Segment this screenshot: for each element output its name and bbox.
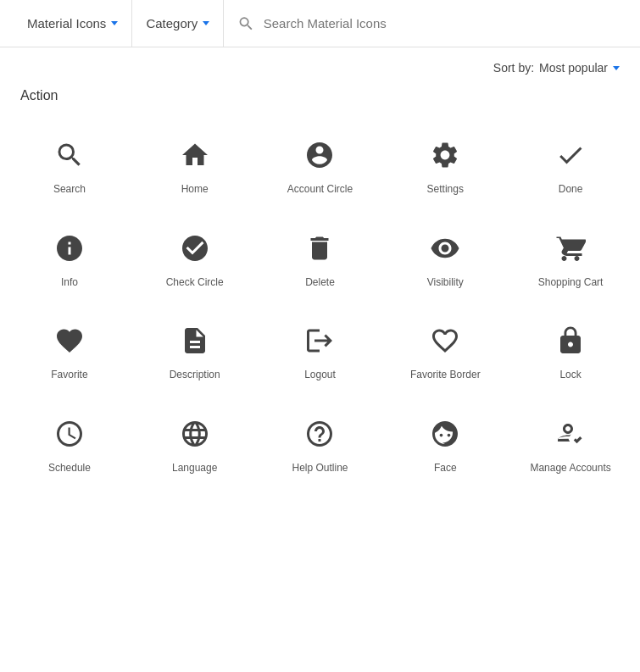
manage-accounts-label: Manage Accounts: [530, 462, 610, 475]
schedule-icon: [54, 416, 85, 452]
done-label: Done: [559, 183, 583, 197]
category-arrow-icon: [203, 21, 209, 25]
language-icon: [180, 416, 210, 452]
face-icon: [430, 416, 460, 452]
icon-delete[interactable]: Delete: [258, 210, 383, 303]
icon-visibility[interactable]: Visibility: [382, 210, 508, 303]
lock-label: Lock: [559, 369, 581, 382]
search-input[interactable]: [264, 16, 613, 31]
sort-label: Sort by:: [493, 61, 534, 75]
header: Material Icons Category: [0, 0, 640, 47]
icon-favorite[interactable]: Favorite: [7, 303, 132, 396]
icon-face[interactable]: Face: [382, 396, 508, 489]
manage-accounts-icon: [555, 416, 586, 452]
settings-icon: [430, 137, 460, 173]
home-icon: [180, 137, 210, 173]
delete-icon: [304, 230, 335, 266]
language-label: Language: [172, 462, 217, 475]
settings-label: Settings: [427, 183, 464, 197]
shopping-cart-icon: [555, 230, 586, 266]
face-label: Face: [434, 462, 457, 475]
search-bar[interactable]: [224, 14, 626, 33]
lock-icon: [555, 323, 586, 358]
visibility-label: Visibility: [427, 276, 464, 290]
account-circle-label: Account Circle: [287, 183, 353, 197]
icon-info[interactable]: Info: [7, 210, 132, 303]
icon-home[interactable]: Home: [132, 117, 258, 210]
check-circle-label: Check Circle: [166, 276, 224, 290]
icon-language[interactable]: Language: [132, 396, 258, 489]
icon-help-outline[interactable]: Help Outline: [258, 396, 383, 489]
icon-shopping-cart[interactable]: Shopping Cart: [508, 210, 633, 303]
check-circle-icon: [180, 230, 210, 266]
schedule-label: Schedule: [48, 462, 91, 475]
shopping-cart-label: Shopping Cart: [538, 276, 604, 290]
icon-schedule[interactable]: Schedule: [7, 396, 132, 489]
help-outline-label: Help Outline: [292, 462, 348, 475]
icon-check-circle[interactable]: Check Circle: [132, 210, 258, 303]
home-label: Home: [181, 183, 209, 197]
logout-icon: [304, 323, 335, 358]
icon-search[interactable]: Search: [7, 117, 132, 210]
visibility-icon: [430, 230, 460, 266]
account-circle-icon: [304, 137, 335, 173]
category-dropdown[interactable]: Category: [132, 0, 224, 47]
icon-account-circle[interactable]: Account Circle: [258, 117, 383, 210]
icon-settings[interactable]: Settings: [382, 117, 508, 210]
description-label: Description: [170, 369, 220, 382]
icon-favorite-border[interactable]: Favorite Border: [382, 303, 508, 396]
icon-description[interactable]: Description: [132, 303, 258, 396]
search-icon: [237, 14, 254, 33]
material-icons-label: Material Icons: [27, 16, 106, 31]
icon-lock[interactable]: Lock: [508, 303, 633, 396]
favorite-border-label: Favorite Border: [410, 369, 481, 382]
search-label: Search: [53, 183, 86, 197]
material-icons-arrow-icon: [111, 21, 118, 25]
help-outline-icon: [304, 416, 335, 452]
logout-label: Logout: [304, 369, 336, 382]
category-label: Category: [146, 16, 198, 31]
icon-done[interactable]: Done: [508, 117, 633, 210]
favorite-icon: [54, 323, 85, 358]
description-icon: [180, 323, 210, 358]
delete-label: Delete: [305, 276, 335, 290]
favorite-border-icon: [430, 323, 460, 358]
material-icons-dropdown[interactable]: Material Icons: [14, 0, 132, 47]
section-title: Action: [0, 81, 640, 103]
done-icon: [555, 137, 586, 173]
sort-arrow-icon[interactable]: [613, 66, 620, 70]
info-icon: [54, 230, 85, 266]
icon-manage-accounts[interactable]: Manage Accounts: [508, 396, 633, 489]
favorite-label: Favorite: [51, 369, 87, 382]
icon-logout[interactable]: Logout: [258, 303, 383, 396]
info-label: Info: [61, 276, 78, 290]
icons-grid: Search Home Account Circle Settings Done…: [0, 103, 640, 502]
sort-bar: Sort by: Most popular: [0, 47, 640, 81]
sort-value: Most popular: [539, 61, 608, 75]
search-icon: [54, 137, 85, 173]
